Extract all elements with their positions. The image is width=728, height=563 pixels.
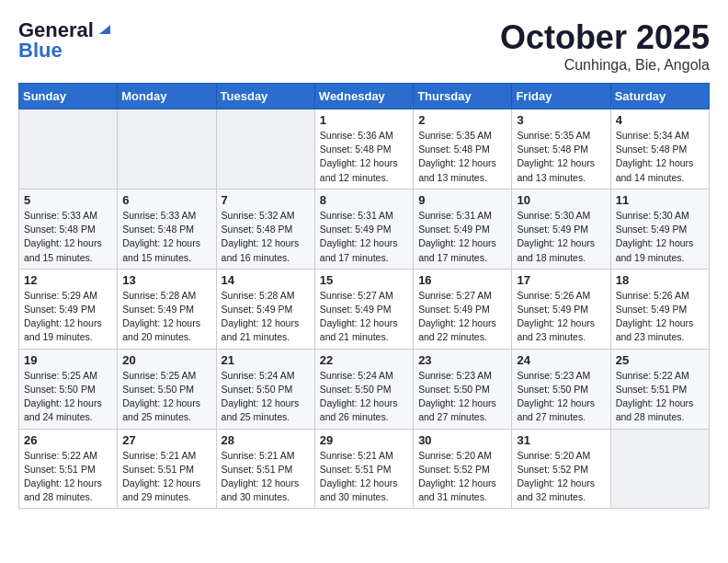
calendar-cell: 3Sunrise: 5:35 AMSunset: 5:48 PMDaylight… [512, 109, 610, 190]
calendar-cell: 6Sunrise: 5:33 AMSunset: 5:48 PMDaylight… [118, 189, 216, 269]
week-row-3: 12Sunrise: 5:29 AMSunset: 5:49 PMDayligh… [19, 269, 710, 349]
day-number: 19 [24, 353, 112, 367]
calendar-cell: 17Sunrise: 5:26 AMSunset: 5:49 PMDayligh… [512, 269, 610, 349]
week-row-1: 1Sunrise: 5:36 AMSunset: 5:48 PMDaylight… [19, 109, 710, 190]
calendar-body: 1Sunrise: 5:36 AMSunset: 5:48 PMDaylight… [19, 109, 710, 509]
day-info: Sunrise: 5:23 AMSunset: 5:50 PMDaylight:… [418, 369, 506, 425]
day-info: Sunrise: 5:28 AMSunset: 5:49 PMDaylight:… [222, 289, 310, 345]
calendar-cell: 8Sunrise: 5:31 AMSunset: 5:49 PMDaylight… [314, 189, 413, 269]
calendar-cell: 20Sunrise: 5:25 AMSunset: 5:50 PMDayligh… [118, 349, 216, 429]
week-row-5: 26Sunrise: 5:22 AMSunset: 5:51 PMDayligh… [19, 429, 710, 509]
day-number: 14 [222, 273, 310, 287]
day-info: Sunrise: 5:35 AMSunset: 5:48 PMDaylight:… [418, 129, 506, 185]
day-number: 15 [320, 273, 408, 287]
day-info: Sunrise: 5:28 AMSunset: 5:49 PMDaylight:… [122, 289, 210, 345]
calendar-cell: 12Sunrise: 5:29 AMSunset: 5:49 PMDayligh… [19, 269, 118, 349]
calendar-cell: 30Sunrise: 5:20 AMSunset: 5:52 PMDayligh… [414, 429, 512, 509]
day-info: Sunrise: 5:31 AMSunset: 5:49 PMDaylight:… [418, 209, 506, 265]
day-number: 8 [320, 193, 408, 207]
day-info: Sunrise: 5:24 AMSunset: 5:50 PMDaylight:… [320, 369, 408, 425]
calendar-cell: 10Sunrise: 5:30 AMSunset: 5:49 PMDayligh… [512, 189, 610, 269]
day-info: Sunrise: 5:32 AMSunset: 5:48 PMDaylight:… [222, 209, 310, 265]
day-number: 28 [222, 433, 310, 447]
day-info: Sunrise: 5:20 AMSunset: 5:52 PMDaylight:… [517, 449, 605, 505]
day-info: Sunrise: 5:26 AMSunset: 5:49 PMDaylight:… [616, 289, 704, 345]
calendar-cell: 5Sunrise: 5:33 AMSunset: 5:48 PMDaylight… [19, 189, 118, 269]
day-number: 10 [517, 193, 605, 207]
day-number: 13 [122, 273, 210, 287]
day-number: 1 [320, 113, 408, 127]
day-info: Sunrise: 5:27 AMSunset: 5:49 PMDaylight:… [418, 289, 506, 345]
calendar-cell: 2Sunrise: 5:35 AMSunset: 5:48 PMDaylight… [414, 109, 512, 190]
calendar-cell: 28Sunrise: 5:21 AMSunset: 5:51 PMDayligh… [216, 429, 314, 509]
day-header-thursday: Thursday [414, 84, 512, 109]
day-headers-row: SundayMondayTuesdayWednesdayThursdayFrid… [19, 84, 710, 109]
day-number: 27 [122, 433, 210, 447]
calendar-cell: 21Sunrise: 5:24 AMSunset: 5:50 PMDayligh… [216, 349, 314, 429]
day-number: 3 [517, 113, 605, 127]
day-info: Sunrise: 5:20 AMSunset: 5:52 PMDaylight:… [418, 449, 506, 505]
day-number: 24 [517, 353, 605, 367]
day-number: 11 [616, 193, 704, 207]
calendar-cell [610, 429, 709, 509]
calendar-cell: 13Sunrise: 5:28 AMSunset: 5:49 PMDayligh… [118, 269, 216, 349]
day-number: 18 [616, 273, 704, 287]
week-row-2: 5Sunrise: 5:33 AMSunset: 5:48 PMDaylight… [19, 189, 710, 269]
calendar-cell: 1Sunrise: 5:36 AMSunset: 5:48 PMDaylight… [314, 109, 413, 190]
calendar-title: October 2025 [500, 18, 710, 57]
day-header-friday: Friday [512, 84, 610, 109]
day-info: Sunrise: 5:22 AMSunset: 5:51 PMDaylight:… [616, 369, 704, 425]
day-info: Sunrise: 5:26 AMSunset: 5:49 PMDaylight:… [517, 289, 605, 345]
day-number: 6 [122, 193, 210, 207]
day-number: 5 [24, 193, 112, 207]
day-info: Sunrise: 5:30 AMSunset: 5:49 PMDaylight:… [517, 209, 605, 265]
day-number: 21 [222, 353, 310, 367]
day-info: Sunrise: 5:33 AMSunset: 5:48 PMDaylight:… [122, 209, 210, 265]
day-header-saturday: Saturday [610, 84, 709, 109]
calendar-cell: 11Sunrise: 5:30 AMSunset: 5:49 PMDayligh… [610, 189, 709, 269]
calendar-cell [19, 109, 118, 190]
day-info: Sunrise: 5:29 AMSunset: 5:49 PMDaylight:… [24, 289, 112, 345]
day-number: 12 [24, 273, 112, 287]
calendar-subtitle: Cunhinga, Bie, Angola [500, 57, 710, 74]
calendar-cell: 26Sunrise: 5:22 AMSunset: 5:51 PMDayligh… [19, 429, 118, 509]
day-number: 4 [616, 113, 704, 127]
day-number: 20 [122, 353, 210, 367]
day-info: Sunrise: 5:25 AMSunset: 5:50 PMDaylight:… [122, 369, 210, 425]
day-info: Sunrise: 5:23 AMSunset: 5:50 PMDaylight:… [517, 369, 605, 425]
logo: General Blue [18, 18, 114, 63]
calendar-cell [118, 109, 216, 190]
day-number: 23 [418, 353, 506, 367]
title-block: October 2025 Cunhinga, Bie, Angola [500, 18, 710, 74]
logo-blue: Blue [18, 39, 63, 63]
calendar-cell: 31Sunrise: 5:20 AMSunset: 5:52 PMDayligh… [512, 429, 610, 509]
day-info: Sunrise: 5:21 AMSunset: 5:51 PMDaylight:… [222, 449, 310, 505]
day-number: 17 [517, 273, 605, 287]
day-header-monday: Monday [118, 84, 216, 109]
calendar-cell: 9Sunrise: 5:31 AMSunset: 5:49 PMDaylight… [414, 189, 512, 269]
day-info: Sunrise: 5:27 AMSunset: 5:49 PMDaylight:… [320, 289, 408, 345]
day-number: 26 [24, 433, 112, 447]
day-info: Sunrise: 5:22 AMSunset: 5:51 PMDaylight:… [24, 449, 112, 505]
calendar-cell [216, 109, 314, 190]
day-info: Sunrise: 5:21 AMSunset: 5:51 PMDaylight:… [320, 449, 408, 505]
day-header-sunday: Sunday [19, 84, 118, 109]
day-number: 7 [222, 193, 310, 207]
calendar-cell: 29Sunrise: 5:21 AMSunset: 5:51 PMDayligh… [314, 429, 413, 509]
calendar-cell: 22Sunrise: 5:24 AMSunset: 5:50 PMDayligh… [314, 349, 413, 429]
week-row-4: 19Sunrise: 5:25 AMSunset: 5:50 PMDayligh… [19, 349, 710, 429]
calendar-cell: 27Sunrise: 5:21 AMSunset: 5:51 PMDayligh… [118, 429, 216, 509]
day-header-wednesday: Wednesday [314, 84, 413, 109]
day-info: Sunrise: 5:33 AMSunset: 5:48 PMDaylight:… [24, 209, 112, 265]
day-info: Sunrise: 5:30 AMSunset: 5:49 PMDaylight:… [616, 209, 704, 265]
day-info: Sunrise: 5:25 AMSunset: 5:50 PMDaylight:… [24, 369, 112, 425]
day-number: 2 [418, 113, 506, 127]
calendar-cell: 7Sunrise: 5:32 AMSunset: 5:48 PMDaylight… [216, 189, 314, 269]
day-number: 30 [418, 433, 506, 447]
day-info: Sunrise: 5:34 AMSunset: 5:48 PMDaylight:… [616, 129, 704, 185]
calendar-cell: 14Sunrise: 5:28 AMSunset: 5:49 PMDayligh… [216, 269, 314, 349]
calendar-cell: 25Sunrise: 5:22 AMSunset: 5:51 PMDayligh… [610, 349, 709, 429]
day-number: 25 [616, 353, 704, 367]
calendar-cell: 18Sunrise: 5:26 AMSunset: 5:49 PMDayligh… [610, 269, 709, 349]
day-info: Sunrise: 5:36 AMSunset: 5:48 PMDaylight:… [320, 129, 408, 185]
